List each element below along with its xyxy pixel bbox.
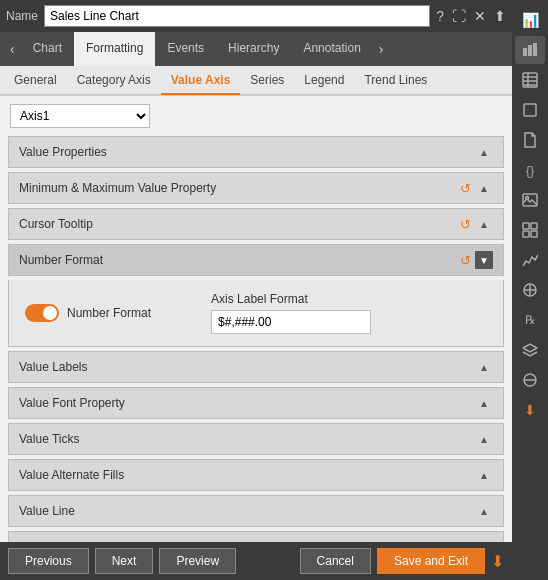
section-cursor-tooltip[interactable]: Cursor Tooltip ↺ ▲ <box>8 208 504 240</box>
section-value-line[interactable]: Value Line ▲ <box>8 495 504 527</box>
collapse-icon[interactable]: ▲ <box>475 430 493 448</box>
section-value-properties[interactable]: Value Properties ▲ <box>8 136 504 168</box>
right-sidebar: 📊 {} <box>512 0 548 580</box>
sub-tab-bar: General Category Axis Value Axis Series … <box>0 66 512 96</box>
chart-title-input[interactable] <box>44 5 430 27</box>
tab-legend[interactable]: Legend <box>294 67 354 95</box>
collapse-icon[interactable]: ▲ <box>475 466 493 484</box>
axis-selector-row: Axis1 Axis2 <box>0 96 512 136</box>
tab-chart[interactable]: Chart <box>21 32 74 66</box>
next-button[interactable]: Next <box>95 548 154 574</box>
tab-events[interactable]: Events <box>155 32 216 66</box>
close-icon[interactable]: ✕ <box>474 8 486 24</box>
sidebar-image-icon[interactable] <box>515 186 545 214</box>
toggle-row: Number Format <box>25 304 151 322</box>
section-number-format[interactable]: Number Format ↺ ▼ <box>8 244 504 276</box>
section-value-grid[interactable]: Value Grid ▲ <box>8 531 504 542</box>
section-value-alt-fills[interactable]: Value Alternate Fills ▲ <box>8 459 504 491</box>
svg-rect-8 <box>524 104 536 116</box>
section-min-max[interactable]: Minimum & Maximum Value Property ↺ ▲ <box>8 172 504 204</box>
collapse-icon[interactable]: ▲ <box>475 394 493 412</box>
name-label: Name <box>6 9 38 23</box>
content-area: Value Properties ▲ Minimum & Maximum Val… <box>0 136 512 542</box>
toggle-knob <box>43 306 57 320</box>
expand-icon[interactable]: ⬆ <box>494 8 506 24</box>
sidebar-group-icon[interactable] <box>515 276 545 304</box>
axis-label-input[interactable] <box>211 310 371 334</box>
sidebar-rx-icon[interactable]: ℞ <box>515 306 545 334</box>
toggle-label: Number Format <box>67 306 151 320</box>
axis-select[interactable]: Axis1 Axis2 <box>10 104 150 128</box>
svg-rect-12 <box>531 223 537 229</box>
svg-rect-0 <box>523 48 527 56</box>
previous-button[interactable]: Previous <box>8 548 89 574</box>
sidebar-doc-icon[interactable] <box>515 126 545 154</box>
tab-hierarchy[interactable]: Hierarchy <box>216 32 291 66</box>
cancel-button[interactable]: Cancel <box>300 548 371 574</box>
sidebar-grid-icon[interactable] <box>515 216 545 244</box>
tab-value-axis[interactable]: Value Axis <box>161 67 241 95</box>
tab-formatting[interactable]: Formatting <box>74 32 155 66</box>
section-value-labels[interactable]: Value Labels ▲ <box>8 351 504 383</box>
main-tab-bar: ‹ Chart Formatting Events Hierarchy Anno… <box>0 32 512 66</box>
preview-button[interactable]: Preview <box>159 548 236 574</box>
refresh-icon[interactable]: ↺ <box>460 253 471 268</box>
refresh-icon[interactable]: ↺ <box>460 217 471 232</box>
tab-next-arrow[interactable]: › <box>373 32 390 66</box>
help-icon[interactable]: ? <box>436 8 444 24</box>
title-icons: ? ⛶ ✕ ⬆ <box>436 8 506 24</box>
tab-series[interactable]: Series <box>240 67 294 95</box>
sidebar-braces-icon[interactable]: {} <box>515 156 545 184</box>
axis-label-section: Axis Label Format <box>211 292 371 334</box>
sidebar-stack-icon[interactable] <box>515 366 545 394</box>
save-exit-button[interactable]: Save and Exit <box>377 548 485 574</box>
sidebar-table-icon[interactable] <box>515 66 545 94</box>
svg-rect-2 <box>533 43 537 56</box>
section-value-ticks[interactable]: Value Ticks ▲ <box>8 423 504 455</box>
sidebar-linechart-icon[interactable] <box>515 246 545 274</box>
expand-icon[interactable]: ▼ <box>475 251 493 269</box>
sidebar-download-icon[interactable]: ⬇ <box>515 396 545 424</box>
collapse-icon[interactable]: ▲ <box>475 502 493 520</box>
collapse-icon[interactable]: ▲ <box>475 143 493 161</box>
collapse-icon[interactable]: ▲ <box>475 215 493 233</box>
tab-annotation[interactable]: Annotation <box>291 32 372 66</box>
svg-rect-13 <box>523 231 529 237</box>
tab-general[interactable]: General <box>4 67 67 95</box>
tab-category-axis[interactable]: Category Axis <box>67 67 161 95</box>
refresh-icon[interactable]: ↺ <box>460 181 471 196</box>
collapse-icon[interactable]: ▲ <box>475 179 493 197</box>
title-bar: Name ? ⛶ ✕ ⬆ <box>0 0 512 32</box>
footer: Previous Next Preview Cancel Save and Ex… <box>0 542 512 580</box>
svg-rect-14 <box>531 231 537 237</box>
sidebar-box-icon[interactable] <box>515 96 545 124</box>
svg-rect-11 <box>523 223 529 229</box>
sidebar-chart-icon[interactable]: 📊 <box>515 6 545 34</box>
tab-trend-lines[interactable]: Trend Lines <box>354 67 437 95</box>
sidebar-layers-icon[interactable] <box>515 336 545 364</box>
section-value-font[interactable]: Value Font Property ▲ <box>8 387 504 419</box>
axis-label-title: Axis Label Format <box>211 292 371 306</box>
move-icon[interactable]: ⛶ <box>452 8 466 24</box>
sidebar-bar-icon[interactable] <box>515 36 545 64</box>
number-format-panel: Number Format Axis Label Format <box>8 280 504 347</box>
collapse-icon[interactable]: ▲ <box>475 358 493 376</box>
number-format-toggle[interactable] <box>25 304 59 322</box>
svg-rect-1 <box>528 45 532 56</box>
download-footer-icon[interactable]: ⬇ <box>491 552 504 571</box>
tab-prev-arrow[interactable]: ‹ <box>4 32 21 66</box>
